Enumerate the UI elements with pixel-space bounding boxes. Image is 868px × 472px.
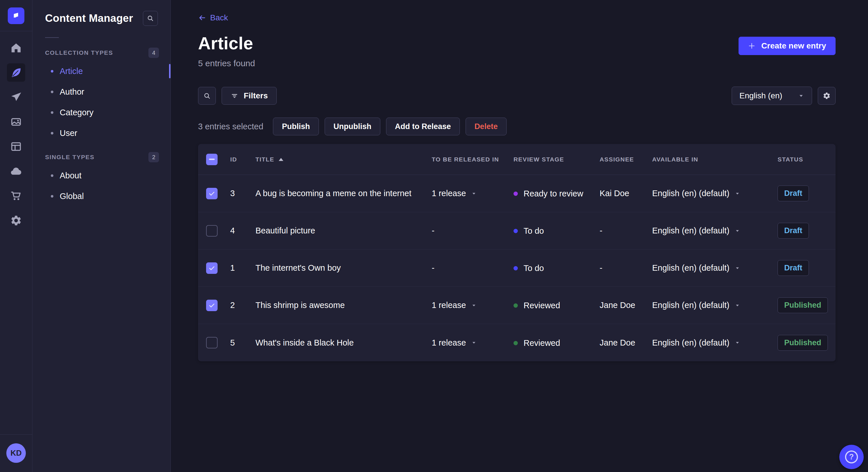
subnav-title: Content Manager [45, 12, 133, 24]
table-row[interactable]: 1 The internet's Own boy - To do - Engli… [198, 249, 836, 287]
row-checkbox[interactable] [206, 262, 218, 274]
cell-title: What's inside a Black Hole [252, 338, 428, 347]
column-header-status[interactable]: STATUS [774, 156, 836, 163]
content-type-builder-icon[interactable] [7, 137, 25, 156]
release-label: 1 release [432, 338, 466, 347]
bullet-icon [51, 132, 53, 134]
cell-locale[interactable]: English (en) (default) [652, 301, 740, 310]
cell-locale[interactable]: English (en) (default) [652, 338, 740, 347]
column-header-id[interactable]: ID [227, 156, 252, 163]
check-icon [208, 302, 216, 309]
sidebar-item-user[interactable]: User [32, 123, 170, 143]
locale-label: English (en) (default) [652, 263, 730, 273]
sidebar-item-about[interactable]: About [32, 165, 170, 186]
select-all-checkbox[interactable] [206, 154, 218, 165]
home-icon[interactable] [7, 39, 25, 57]
stage-label: Reviewed [524, 301, 560, 310]
rail-bottom: KD [0, 434, 32, 472]
back-link[interactable]: Back [198, 13, 228, 22]
column-header-title[interactable]: TITLE [252, 156, 428, 163]
cell-locale[interactable]: English (en) (default) [652, 189, 740, 198]
cell-review-stage: To do [514, 264, 544, 273]
add-to-release-button[interactable]: Add to Release [386, 117, 460, 135]
publish-button[interactable]: Publish [273, 117, 319, 135]
bullet-icon [51, 91, 53, 93]
sidebar-item-global[interactable]: Global [32, 186, 170, 206]
stage-dot [514, 192, 518, 196]
delete-button[interactable]: Delete [466, 117, 507, 135]
release-label: - [432, 263, 435, 273]
locale-label: English (en) (default) [652, 189, 730, 198]
cell-assignee: - [596, 263, 649, 273]
cell-release[interactable]: - [432, 226, 435, 235]
table-row[interactable]: 2 This shrimp is awesome 1 release Revie… [198, 287, 836, 324]
table-row[interactable]: 3 A bug is becoming a meme on the intern… [198, 175, 836, 212]
cell-id: 2 [227, 301, 252, 310]
cell-title: A bug is becoming a meme on the internet [252, 189, 428, 198]
sidebar-item-label: Article [60, 67, 83, 76]
content-manager-subnav: Content Manager COLLECTION TYPES 4 Artic… [32, 0, 171, 472]
search-icon [147, 14, 154, 22]
column-header-available-in[interactable]: AVAILABLE IN [649, 156, 774, 163]
cell-release[interactable]: 1 release [432, 338, 477, 347]
sidebar-item-category[interactable]: Category [32, 102, 170, 123]
cell-locale[interactable]: English (en) (default) [652, 226, 740, 235]
row-checkbox[interactable] [206, 337, 218, 348]
locale-select[interactable]: English (en) [732, 87, 812, 105]
content-manager-icon[interactable] [7, 63, 25, 82]
search-entries-button[interactable] [198, 87, 216, 105]
row-checkbox[interactable] [206, 188, 218, 199]
selection-count-text: 3 entries selected [198, 122, 263, 131]
cell-assignee: Jane Doe [596, 338, 649, 347]
sidebar-item-author[interactable]: Author [32, 81, 170, 102]
table-row[interactable]: 5 What's inside a Black Hole 1 release R… [198, 324, 836, 361]
deploy-cloud-icon[interactable] [7, 162, 25, 180]
help-button[interactable]: ? [839, 445, 864, 469]
main-content: Back Article 5 entries found Create new … [171, 0, 868, 472]
stage-label: Ready to review [524, 189, 583, 198]
row-checkbox[interactable] [206, 300, 218, 311]
sidebar-item-article[interactable]: Article [32, 61, 170, 81]
single-types-label: SINGLE TYPES [45, 154, 94, 161]
column-header-review-stage[interactable]: REVIEW STAGE [510, 156, 596, 163]
cell-release[interactable]: 1 release [432, 189, 477, 198]
subnav-divider [45, 37, 59, 38]
unpublish-button[interactable]: Unpublish [324, 117, 380, 135]
media-library-icon[interactable] [7, 113, 25, 131]
create-new-entry-button[interactable]: Create new entry [739, 37, 836, 55]
cell-release[interactable]: - [432, 263, 435, 273]
locale-select-value: English (en) [739, 91, 782, 100]
release-caret-icon [471, 191, 477, 196]
sidebar-item-label: About [60, 171, 82, 180]
single-types-count-badge: 2 [148, 152, 159, 162]
search-icon [203, 92, 211, 100]
entries-count: 5 entries found [198, 59, 255, 68]
collection-types-count-badge: 4 [148, 47, 159, 58]
filters-button[interactable]: Filters [222, 87, 277, 105]
release-caret-icon [471, 340, 477, 345]
locale-label: English (en) (default) [652, 338, 730, 347]
subnav-search-button[interactable] [143, 11, 158, 26]
user-avatar[interactable]: KD [6, 443, 26, 463]
table-row[interactable]: 4 Beautiful picture - To do - English (e… [198, 212, 836, 249]
list-settings-button[interactable] [818, 87, 836, 105]
cell-assignee: - [596, 226, 649, 235]
status-badge: Draft [778, 223, 809, 239]
marketplace-cart-icon[interactable] [7, 187, 25, 205]
column-header-assignee[interactable]: ASSIGNEE [596, 156, 649, 163]
column-header-to-be-released-in[interactable]: TO BE RELEASED IN [428, 156, 510, 163]
active-indicator [169, 64, 170, 78]
locale-label: English (en) (default) [652, 226, 730, 235]
row-checkbox[interactable] [206, 225, 218, 237]
status-badge: Published [778, 297, 828, 313]
release-label: 1 release [432, 301, 466, 310]
releases-icon[interactable] [7, 88, 25, 106]
cell-review-stage: Reviewed [514, 338, 560, 348]
settings-gear-icon[interactable] [7, 211, 25, 230]
cell-release[interactable]: 1 release [432, 301, 477, 310]
locale-caret-icon [735, 340, 740, 345]
sidebar-item-label: Author [60, 87, 84, 97]
cell-locale[interactable]: English (en) (default) [652, 263, 740, 273]
locale-caret-icon [735, 228, 740, 234]
strapi-logo-icon[interactable] [8, 7, 24, 24]
